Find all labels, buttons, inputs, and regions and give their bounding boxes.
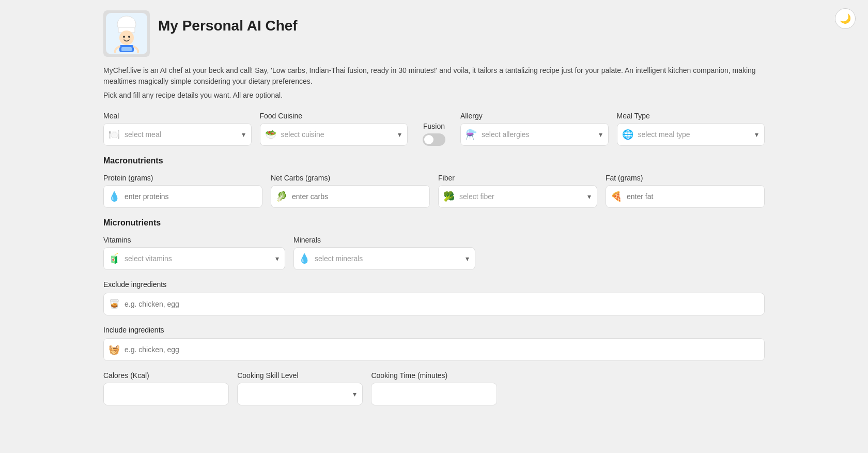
include-label: Include ingredients bbox=[103, 326, 765, 334]
exclude-label: Exclude ingredients bbox=[103, 280, 765, 289]
row-micronutrients: Vitamins 🧃 select vitamins Vitamin A Vit… bbox=[103, 236, 475, 270]
col-cooking-skill: Cooking Skill Level Beginner Intermediat… bbox=[237, 371, 363, 405]
meal-type-select-wrapper: 🌐 select meal type Vegan Vegetarian Keto… bbox=[617, 123, 765, 146]
col-fiber: Fiber 🥦 select fiber Low Medium High ▾ bbox=[438, 174, 597, 208]
moon-icon: 🌙 bbox=[840, 13, 851, 24]
svg-point-4 bbox=[123, 36, 125, 38]
macronutrients-label: Macronutrients bbox=[103, 156, 765, 165]
protein-input-wrapper: 💧 bbox=[103, 185, 262, 208]
col-allergy: Allergy ⚗️ select allergies Nuts Dairy G… bbox=[460, 112, 609, 146]
protein-input[interactable] bbox=[103, 185, 262, 208]
minerals-select[interactable]: select minerals Iron Calcium Magnesium Z… bbox=[293, 247, 475, 270]
col-vitamins: Vitamins 🧃 select vitamins Vitamin A Vit… bbox=[103, 236, 285, 270]
fat-input-wrapper: 🍕 bbox=[606, 185, 765, 208]
cooking-time-input[interactable] bbox=[371, 383, 497, 405]
include-section: Include ingredients 🧺 bbox=[103, 326, 765, 361]
col-cooking-time: Cooking Time (minutes) bbox=[371, 371, 497, 405]
col-meal: Meal 🍽️ select meal Breakfast Lunch Dinn… bbox=[103, 112, 252, 146]
optional-note: Pick and fill any recipe details you wan… bbox=[103, 91, 765, 99]
exclude-icon: 🥃 bbox=[109, 298, 120, 310]
carbs-input-wrapper: 🥬 bbox=[271, 185, 430, 208]
vitamins-select-wrapper: 🧃 select vitamins Vitamin A Vitamin B Vi… bbox=[103, 247, 285, 270]
cooking-time-label: Cooking Time (minutes) bbox=[371, 371, 497, 380]
exclude-input[interactable] bbox=[103, 293, 765, 315]
svg-rect-7 bbox=[121, 47, 132, 51]
micronutrients-label: Micronutrients bbox=[103, 218, 765, 228]
col-calories: Calores (Kcal) bbox=[103, 371, 229, 405]
page-title: My Personal AI Chef bbox=[158, 18, 298, 34]
exclude-section: Exclude ingredients 🥃 bbox=[103, 280, 765, 315]
meal-type-select[interactable]: select meal type Vegan Vegetarian Keto P… bbox=[617, 123, 765, 146]
minerals-label: Minerals bbox=[293, 236, 475, 244]
allergy-label: Allergy bbox=[460, 112, 609, 120]
vitamins-label: Vitamins bbox=[103, 236, 285, 244]
allergy-select[interactable]: select allergies Nuts Dairy Gluten Eggs bbox=[460, 123, 609, 146]
app-description: MyChef.live is an AI chef at your beck a… bbox=[103, 65, 765, 87]
food-cuisine-label: Food Cuisine bbox=[260, 112, 408, 120]
protein-label: Protein (grams) bbox=[103, 174, 262, 182]
header: My Personal AI Chef bbox=[103, 10, 765, 57]
col-fat: Fat (grams) 🍕 bbox=[606, 174, 765, 208]
col-meal-type: Meal Type 🌐 select meal type Vegan Veget… bbox=[617, 112, 765, 146]
calories-input[interactable] bbox=[103, 383, 229, 405]
col-food-cuisine: Food Cuisine 🥗 select cuisine Indian Tha… bbox=[260, 112, 408, 146]
net-carbs-label: Net Carbs (grams) bbox=[271, 174, 430, 182]
col-fusion: Fusion bbox=[416, 122, 452, 146]
meal-select-wrapper: 🍽️ select meal Breakfast Lunch Dinner Sn… bbox=[103, 123, 252, 146]
fusion-label: Fusion bbox=[423, 122, 445, 130]
carbs-input[interactable] bbox=[271, 185, 430, 208]
calories-label: Calores (Kcal) bbox=[103, 371, 229, 380]
fiber-select-wrapper: 🥦 select fiber Low Medium High ▾ bbox=[438, 185, 597, 208]
cuisine-select[interactable]: select cuisine Indian Thai Italian Chine… bbox=[260, 123, 408, 146]
include-input[interactable] bbox=[103, 338, 765, 361]
include-input-wrapper: 🧺 bbox=[103, 338, 765, 361]
theme-toggle-button[interactable]: 🌙 bbox=[835, 8, 856, 29]
col-protein: Protein (grams) 💧 bbox=[103, 174, 262, 208]
fiber-select[interactable]: select fiber Low Medium High bbox=[438, 185, 597, 208]
vitamins-select[interactable]: select vitamins Vitamin A Vitamin B Vita… bbox=[103, 247, 285, 270]
cuisine-select-wrapper: 🥗 select cuisine Indian Thai Italian Chi… bbox=[260, 123, 408, 146]
fat-input[interactable] bbox=[606, 185, 765, 208]
row-bottom: Calores (Kcal) Cooking Skill Level Begin… bbox=[103, 371, 765, 405]
minerals-select-wrapper: 💧 select minerals Iron Calcium Magnesium… bbox=[293, 247, 475, 270]
fat-label: Fat (grams) bbox=[606, 174, 765, 182]
title-area: My Personal AI Chef bbox=[158, 10, 298, 34]
row-macros: Protein (grams) 💧 Net Carbs (grams) 🥬 Fi… bbox=[103, 174, 765, 208]
allergy-select-wrapper: ⚗️ select allergies Nuts Dairy Gluten Eg… bbox=[460, 123, 609, 146]
svg-point-5 bbox=[128, 36, 130, 38]
page-wrapper: My Personal AI Chef MyChef.live is an AI… bbox=[62, 0, 806, 436]
fusion-slider bbox=[423, 133, 445, 146]
macronutrients-section: Macronutrients bbox=[103, 156, 765, 165]
meal-select[interactable]: select meal Breakfast Lunch Dinner Snack bbox=[103, 123, 252, 146]
logo bbox=[103, 10, 150, 57]
meal-label: Meal bbox=[103, 112, 252, 120]
include-icon: 🧺 bbox=[109, 344, 120, 355]
col-minerals: Minerals 💧 select minerals Iron Calcium … bbox=[293, 236, 475, 270]
fiber-label: Fiber bbox=[438, 174, 597, 182]
col-net-carbs: Net Carbs (grams) 🥬 bbox=[271, 174, 430, 208]
row-meal-cuisine: Meal 🍽️ select meal Breakfast Lunch Dinn… bbox=[103, 112, 765, 146]
fusion-toggle[interactable] bbox=[423, 133, 445, 146]
svg-point-3 bbox=[119, 31, 134, 45]
exclude-input-wrapper: 🥃 bbox=[103, 293, 765, 315]
cooking-time-input-wrapper bbox=[371, 383, 497, 405]
meal-type-label: Meal Type bbox=[617, 112, 765, 120]
calories-input-wrapper bbox=[103, 383, 229, 405]
cooking-skill-select[interactable]: Beginner Intermediate Advanced bbox=[237, 383, 363, 405]
cooking-skill-select-wrapper: Beginner Intermediate Advanced ▾ bbox=[237, 383, 363, 405]
micronutrients-section: Micronutrients bbox=[103, 218, 765, 228]
cooking-skill-label: Cooking Skill Level bbox=[237, 371, 363, 380]
